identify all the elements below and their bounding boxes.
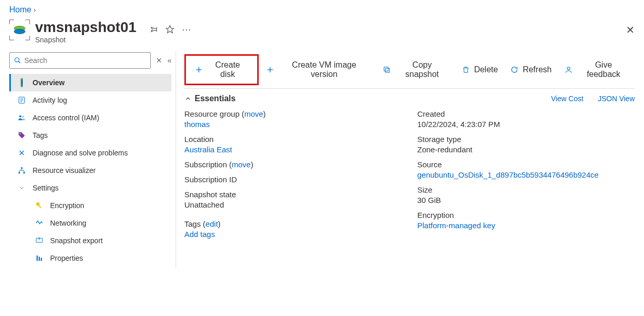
svg-rect-24 [384, 67, 388, 71]
sidebar-item-label: Tags [33, 131, 48, 139]
create-vm-image-button[interactable]: Create VM image version [261, 57, 375, 82]
svg-point-11 [19, 172, 20, 173]
svg-rect-17 [39, 257, 40, 261]
copy-snapshot-button[interactable]: Copy snapshot [378, 57, 454, 82]
sidebar-section-settings[interactable]: Settings [9, 179, 171, 197]
location-label: Location [184, 135, 402, 144]
more-button[interactable]: ⋯ [182, 24, 191, 35]
button-label: Give feedback [577, 60, 630, 79]
sidebar-item-label: Resource visualizer [33, 166, 96, 175]
json-view-link[interactable]: JSON View [598, 94, 635, 103]
resource-group-label: Resource group (move) [184, 109, 402, 118]
button-label: Delete [474, 65, 498, 74]
toolbar: Create disk Create VM image version Copy… [184, 51, 635, 89]
storage-type-value: Zone-redundant [417, 145, 635, 154]
collapse-sidebar-button[interactable]: « [167, 56, 171, 65]
search-icon [14, 57, 21, 64]
give-feedback-button[interactable]: Give feedback [559, 57, 635, 82]
sidebar-item-label: Overview [33, 78, 65, 87]
svg-point-8 [22, 116, 24, 117]
button-label: Copy snapshot [395, 60, 449, 79]
create-disk-button[interactable]: Create disk [190, 57, 254, 82]
sidebar-search[interactable] [9, 52, 151, 69]
snapshot-state-label: Snapshot state [184, 190, 402, 199]
essentials-toggle[interactable]: Essentials [184, 94, 235, 103]
subscription-label: Subscription (move) [184, 160, 402, 169]
sidebar-item-label: Diagnose and solve problems [33, 149, 128, 157]
title-row: vmsnapshot01 Snapshot ⋯ ✕ [0, 17, 644, 47]
sidebar-item-access-control[interactable]: Access control (IAM) [9, 109, 171, 127]
svg-marker-0 [166, 26, 174, 33]
chevron-right-icon: › [34, 6, 36, 14]
sidebar-item-networking[interactable]: Networking [9, 214, 171, 232]
sidebar-item-label: Access control (IAM) [33, 114, 99, 122]
tag-icon [17, 131, 26, 139]
view-cost-link[interactable]: View Cost [551, 94, 584, 103]
size-value: 30 GiB [417, 196, 635, 204]
subscription-move-link[interactable]: move [232, 160, 251, 169]
button-label: Create disk [207, 60, 248, 79]
essentials-label: Essentials [195, 94, 235, 103]
favorite-button[interactable] [165, 25, 175, 34]
created-value: 10/22/2024, 4:23:07 PM [417, 120, 635, 129]
network-icon [35, 219, 44, 227]
sidebar-item-label: Encryption [50, 201, 84, 210]
sidebar-item-label: Snapshot export [50, 236, 103, 245]
copy-icon [383, 66, 391, 74]
properties-icon [35, 254, 44, 262]
resource-icon [9, 20, 30, 40]
svg-rect-18 [41, 258, 42, 261]
sidebar-section-label: Settings [33, 184, 59, 192]
breadcrumb-home[interactable]: Home [9, 5, 32, 14]
search-input[interactable] [24, 56, 146, 65]
close-button[interactable]: ✕ [626, 24, 635, 36]
hierarchy-icon [17, 166, 26, 175]
storage-type-label: Storage type [417, 135, 635, 144]
highlight-create-disk: Create disk [184, 54, 259, 85]
tools-icon [17, 149, 26, 157]
svg-rect-23 [385, 68, 389, 72]
sidebar-item-overview[interactable]: Overview [9, 74, 171, 91]
svg-point-12 [23, 172, 25, 173]
sidebar-item-snapshot-export[interactable]: Snapshot export [9, 232, 171, 249]
sidebar-item-activity-log[interactable]: Activity log [9, 91, 171, 109]
breadcrumb: Home › [0, 0, 644, 17]
delete-button[interactable]: Delete [457, 62, 503, 77]
plus-icon [266, 66, 274, 74]
sidebar-item-encryption[interactable]: Encryption [9, 197, 171, 214]
feedback-icon [564, 66, 573, 74]
pin-button[interactable] [149, 25, 158, 34]
title-text: vmsnapshot01 Snapshot [35, 20, 136, 44]
page-title: vmsnapshot01 [35, 20, 136, 36]
sidebar-item-diagnose[interactable]: Diagnose and solve problems [9, 144, 171, 162]
people-icon [17, 114, 26, 122]
subscription-id-label: Subscription ID [184, 175, 402, 184]
plus-icon [195, 66, 203, 74]
source-value[interactable]: genubuntu_OsDisk_1_d897bc5b5934476496b92… [417, 170, 599, 179]
sidebar-item-label: Activity log [33, 96, 67, 104]
encryption-value[interactable]: Platform-managed key [417, 221, 495, 230]
sidebar-item-properties[interactable]: Properties [9, 249, 171, 267]
log-icon [17, 96, 26, 104]
location-value[interactable]: Australia East [184, 145, 232, 154]
sidebar-item-tags[interactable]: Tags [9, 127, 171, 144]
refresh-button[interactable]: Refresh [505, 62, 557, 77]
resource-group-move-link[interactable]: move [244, 109, 263, 118]
add-tags-link[interactable]: Add tags [184, 230, 215, 239]
encryption-label: Encryption [417, 211, 635, 219]
source-label: Source [417, 160, 635, 169]
trash-icon [462, 66, 470, 74]
sidebar-item-label: Networking [50, 219, 86, 227]
resource-type: Snapshot [35, 36, 136, 44]
svg-point-1 [15, 58, 19, 62]
svg-rect-14 [38, 205, 41, 208]
clear-search-button[interactable]: ✕ [156, 56, 162, 65]
resource-group-value[interactable]: thomas [184, 120, 210, 129]
sidebar-item-resource-visualizer[interactable]: Resource visualizer [9, 162, 171, 179]
sidebar: ✕ « Overview Activity log Access control… [0, 47, 176, 272]
chevron-down-icon [17, 185, 26, 191]
snapshot-state-value: Unattached [184, 200, 402, 209]
button-label: Refresh [523, 65, 552, 74]
tags-edit-link[interactable]: edit [206, 219, 218, 228]
title-actions: ⋯ [149, 24, 191, 35]
